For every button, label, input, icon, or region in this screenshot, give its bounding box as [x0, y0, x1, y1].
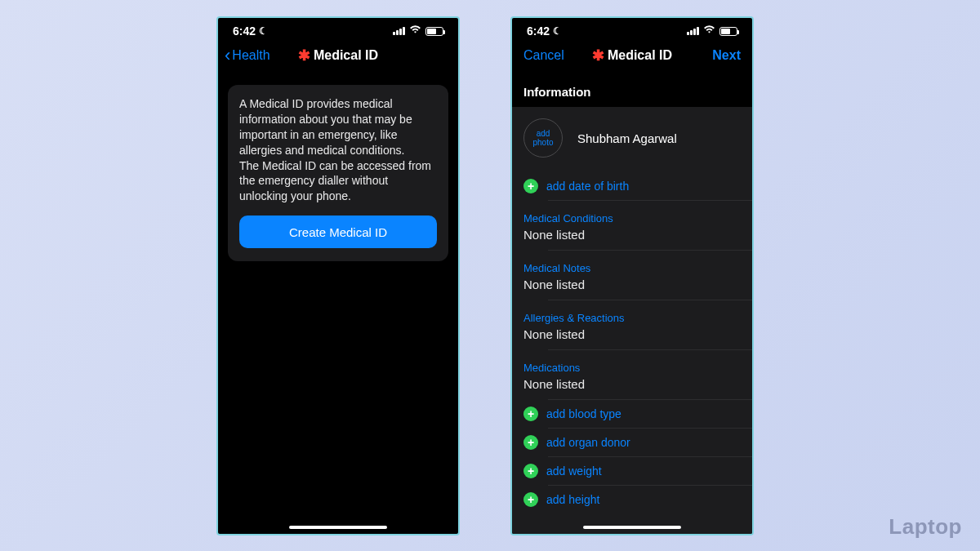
field-value: None listed — [523, 228, 741, 242]
info-card: A Medical ID provides medical informatio… — [228, 85, 448, 261]
add-organ-label: add organ donor — [546, 436, 630, 449]
plus-icon: + — [523, 179, 538, 193]
add-date-of-birth-row[interactable]: + add date of birth — [512, 172, 752, 200]
plus-icon: + — [523, 435, 538, 450]
medical-id-star-icon: ✱ — [592, 47, 604, 64]
plus-icon: + — [523, 464, 538, 478]
home-indicator[interactable] — [583, 526, 681, 529]
field-label: Medications — [523, 362, 741, 374]
do-not-disturb-icon: ☾ — [553, 25, 562, 37]
field-medical-notes[interactable]: Medical Notes None listed — [512, 251, 752, 300]
phone-left: 6:42 ☾ ‹ Health ✱ Medical ID A Medic — [216, 16, 460, 535]
create-medical-id-button[interactable]: Create Medical ID — [239, 216, 437, 248]
medical-id-star-icon: ✱ — [298, 47, 310, 64]
add-dob-label: add date of birth — [546, 180, 629, 193]
field-label: Allergies & Reactions — [523, 312, 741, 324]
add-organ-donor-row[interactable]: + add organ donor — [512, 429, 752, 456]
phone-right: 6:42 ☾ Cancel ✱ Medical ID Next Informat… — [510, 16, 754, 535]
section-header-information: Information — [512, 73, 752, 107]
status-time: 6:42 — [527, 24, 550, 38]
field-medications[interactable]: Medications None listed — [512, 350, 752, 399]
create-button-label: Create Medical ID — [289, 225, 387, 239]
nav-bar: Cancel ✱ Medical ID Next — [512, 41, 752, 73]
form-body: add photo Shubham Agarwal + add date of … — [512, 107, 752, 535]
field-medical-conditions[interactable]: Medical Conditions None listed — [512, 201, 752, 250]
plus-icon: + — [523, 492, 538, 507]
wifi-icon — [409, 25, 421, 37]
cellular-signal-icon — [393, 27, 405, 35]
wifi-icon — [703, 25, 715, 37]
profile-row: add photo Shubham Agarwal — [512, 107, 752, 172]
back-label: Health — [232, 48, 270, 63]
profile-name[interactable]: Shubham Agarwal — [577, 131, 677, 145]
field-value: None listed — [523, 377, 741, 391]
field-value: None listed — [523, 327, 741, 341]
plus-icon: + — [523, 407, 538, 421]
back-button[interactable]: ‹ Health — [225, 47, 270, 64]
cancel-button[interactable]: Cancel — [523, 48, 564, 63]
next-button[interactable]: Next — [712, 48, 741, 63]
field-label: Medical Conditions — [523, 212, 741, 224]
add-weight-label: add weight — [546, 464, 602, 478]
field-label: Medical Notes — [523, 262, 741, 274]
watermark: Laptop — [889, 514, 962, 540]
add-height-row[interactable]: + add height — [512, 486, 752, 513]
add-blood-type-row[interactable]: + add blood type — [512, 400, 752, 428]
page-title: Medical ID — [314, 48, 378, 63]
field-value: None listed — [523, 278, 741, 291]
field-allergies[interactable]: Allergies & Reactions None listed — [512, 300, 752, 349]
battery-icon — [425, 27, 443, 36]
do-not-disturb-icon: ☾ — [259, 25, 268, 37]
cellular-signal-icon — [687, 27, 699, 35]
status-bar: 6:42 ☾ — [218, 18, 458, 41]
add-weight-row[interactable]: + add weight — [512, 457, 752, 485]
nav-bar: ‹ Health ✱ Medical ID — [218, 41, 458, 73]
info-card-text: A Medical ID provides medical informatio… — [239, 96, 437, 204]
add-blood-label: add blood type — [546, 407, 621, 420]
add-photo-button[interactable]: add photo — [523, 118, 563, 158]
status-bar: 6:42 ☾ — [512, 18, 752, 41]
status-time: 6:42 — [233, 24, 256, 38]
battery-icon — [719, 27, 737, 36]
chevron-left-icon: ‹ — [225, 47, 230, 64]
page-title: Medical ID — [608, 48, 672, 63]
home-indicator[interactable] — [289, 526, 387, 529]
add-height-label: add height — [546, 493, 599, 506]
